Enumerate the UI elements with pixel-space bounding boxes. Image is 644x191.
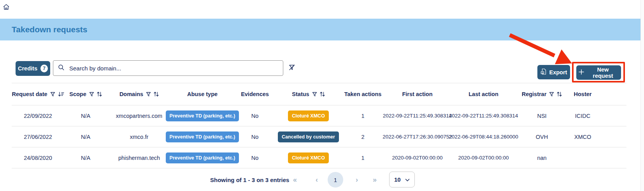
credits-label: Credits (18, 65, 37, 72)
credits-button[interactable]: Credits 7 (16, 61, 50, 76)
column-header-registrar: Registrar (518, 91, 566, 97)
new-request-button[interactable]: New request (576, 65, 621, 80)
column-label: First action (402, 91, 432, 97)
column-header-taken-actions: Taken actions (340, 91, 385, 97)
pagination-prev-button[interactable]: ‹ (316, 176, 318, 184)
plus-icon (579, 69, 584, 76)
column-header-request-date: Request date (12, 91, 64, 97)
cell-scope: N/A (64, 113, 107, 119)
cell-status: Cancelled by customer (276, 131, 340, 142)
pagination-current-page[interactable]: 1 (328, 172, 343, 187)
cell-hoster: ICIDC (566, 113, 599, 119)
column-header-scope: Scope (64, 91, 107, 97)
filter-reset-icon[interactable] (288, 63, 296, 71)
cell-registrar: OVH (518, 134, 566, 140)
export-label: Export (549, 69, 567, 75)
pagination-first-button[interactable]: « (293, 176, 297, 184)
takedown-requests-table: Request dateScopeDomainsAbuse typeEviden… (12, 83, 626, 191)
column-header-first-action: First action (385, 91, 449, 97)
column-header-evidences: Evidences (233, 91, 276, 97)
column-label: Evidences (241, 91, 269, 97)
table-footer: Showing of 1 - 3 on 3 entries « ‹ 1 › » … (12, 168, 626, 191)
cell-scope: N/A (64, 134, 107, 140)
excel-file-icon: x (540, 68, 546, 76)
topbar (0, 0, 644, 19)
status-badge: Cancelled by customer (278, 131, 339, 142)
cell-taken-actions: 2 (340, 134, 385, 140)
column-header-abuse-type: Abuse type (171, 91, 233, 97)
cell-domain: phisherman.tech (107, 155, 171, 161)
cell-evidences: No (233, 113, 276, 119)
search-icon (58, 64, 65, 72)
abuse-type-badge: Preventive TD (parking, etc.) (166, 152, 239, 163)
new-request-label: New request (587, 67, 619, 79)
cell-status: Cloturé XMCO (276, 110, 340, 121)
filter-funnel-icon[interactable] (89, 92, 94, 97)
sort-icon[interactable] (154, 91, 159, 97)
page-size-value: 10 (394, 176, 401, 183)
sort-icon[interactable] (97, 91, 102, 97)
cell-status: Cloturé XMCO (276, 152, 340, 163)
table-row[interactable]: 27/06/2022N/Axmco.frPreventive TD (parki… (12, 126, 626, 147)
column-label: Status (292, 91, 309, 97)
page-size-select[interactable]: 10 (389, 172, 415, 187)
cell-registrar: nan (518, 155, 566, 161)
credits-count-badge: 7 (40, 65, 48, 72)
sort-icon[interactable] (557, 91, 562, 97)
cell-request-date: 27/06/2022 (12, 134, 64, 140)
cell-evidences: No (233, 134, 276, 140)
cell-last-action: 2020-09-02T00:00:00 (449, 155, 518, 161)
chevron-down-icon (405, 176, 410, 183)
cell-first-action: 2022-09-22T11:25:49.308314 (385, 113, 449, 119)
table-row[interactable]: 24/08/2020N/Aphisherman.techPreventive T… (12, 147, 626, 168)
cell-taken-actions: 1 (340, 155, 385, 161)
cell-abuse-type: Preventive TD (parking, etc.) (171, 131, 233, 142)
cell-taken-actions: 1 (340, 113, 385, 119)
search-input[interactable] (68, 65, 278, 72)
cell-request-date: 24/08/2020 (12, 155, 64, 161)
column-label: Last action (469, 91, 498, 97)
showing-entries-text: Showing of 1 - 3 on 3 entries (210, 177, 289, 183)
pagination-last-button[interactable]: » (373, 176, 377, 184)
status-badge: Cloturé XMCO (288, 110, 329, 121)
cell-domain: xmco.fr (107, 134, 171, 140)
column-header-last-action: Last action (449, 91, 518, 97)
table-row[interactable]: 22/09/2022N/Axmcopartners.comPreventive … (12, 105, 626, 126)
column-header-status: Status (276, 91, 340, 97)
column-label: Abuse type (187, 91, 218, 97)
column-label: Taken actions (344, 91, 382, 97)
page-title: Takedown requests (12, 25, 88, 34)
scrollbar[interactable] (640, 0, 644, 191)
cell-first-action: 2022-06-27T17:26:30.090752 (385, 134, 449, 140)
cell-first-action: 2020-09-02T00:00:00 (385, 155, 449, 161)
filter-funnel-icon[interactable] (549, 92, 554, 97)
home-icon[interactable] (3, 4, 10, 11)
column-header-domains: Domains (107, 91, 171, 97)
sort-icon[interactable] (320, 91, 325, 97)
filter-funnel-icon[interactable] (50, 92, 55, 97)
table-body: 22/09/2022N/Axmcopartners.comPreventive … (12, 105, 626, 168)
column-label: Scope (69, 91, 86, 97)
cell-abuse-type: Preventive TD (parking, etc.) (171, 110, 233, 121)
abuse-type-badge: Preventive TD (parking, etc.) (166, 131, 239, 142)
cell-domain: xmcopartners.com (107, 113, 171, 119)
column-label: Request date (12, 91, 47, 97)
cell-registrar: NSI (518, 113, 566, 119)
filter-funnel-icon[interactable] (146, 92, 151, 97)
cell-last-action: 2022-06-29T08:44:18.260000 (449, 134, 518, 140)
export-button[interactable]: x Export (537, 65, 570, 79)
cell-request-date: 22/09/2022 (12, 113, 64, 119)
sort-descending-icon[interactable] (58, 91, 64, 97)
cell-abuse-type: Preventive TD (parking, etc.) (171, 152, 233, 163)
cell-evidences: No (233, 155, 276, 161)
column-label: Domains (119, 91, 143, 97)
pagination-next-button[interactable]: › (356, 176, 358, 184)
status-badge: Cloturé XMCO (288, 152, 329, 163)
cell-last-action: 2022-09-22T11:25:49.308314 (449, 113, 518, 119)
cell-hoster: XMCO (566, 134, 599, 140)
filter-funnel-icon[interactable] (312, 92, 317, 97)
column-header-hoster: Hoster (566, 91, 599, 97)
search-box[interactable] (53, 60, 283, 76)
page-header-banner: Takedown requests (0, 19, 644, 40)
abuse-type-badge: Preventive TD (parking, etc.) (166, 110, 239, 121)
